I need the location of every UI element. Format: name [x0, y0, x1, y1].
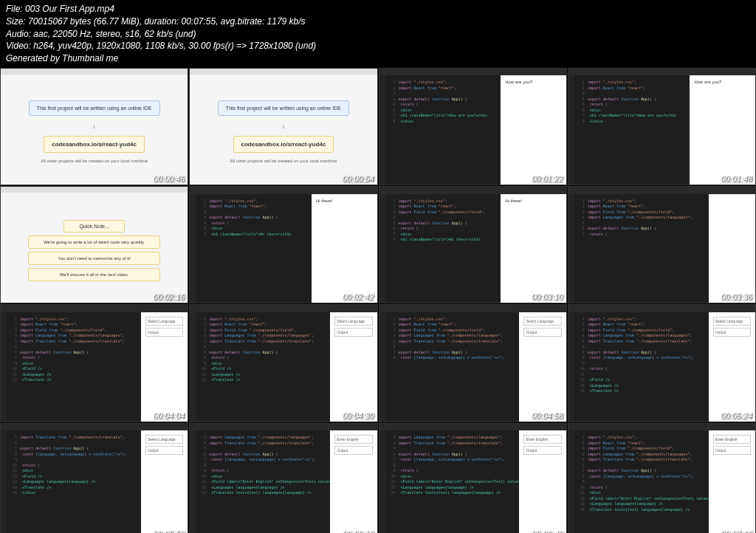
- output-label: Output: [334, 446, 372, 455]
- output-label: Output: [145, 446, 183, 455]
- thumbnail-11[interactable]: 1import "./styles.css"; 2import React fr…: [379, 304, 567, 422]
- generator-info: Generated by Thumbnail me: [6, 52, 750, 65]
- input-label: Enter English: [523, 435, 561, 444]
- select-label: Select Language: [145, 435, 183, 444]
- code-editor: 3import Languages from "./components/lan…: [196, 430, 330, 533]
- thumbnail-16[interactable]: 1import "./styles.css"; 2import React fr…: [568, 423, 756, 533]
- code-editor: 1import "./styles.css"; 2import React fr…: [196, 312, 330, 422]
- file-name: File: 003 Our First App.mp4: [6, 3, 750, 16]
- thumbnail-2[interactable]: This first project will be written using…: [189, 68, 377, 185]
- timestamp: 00:02:42: [343, 292, 374, 301]
- timestamp: 00:04:04: [153, 411, 185, 420]
- select-label: Select Language: [334, 317, 372, 326]
- input-label: Enter English: [713, 435, 751, 444]
- select-label: Select Language: [523, 317, 561, 326]
- preview-text: Hi there!: [316, 199, 373, 203]
- thumbnail-15[interactable]: 3import Languages from "./components/lan…: [379, 423, 567, 533]
- thumbnail-13[interactable]: 5import Translate from "./components/tra…: [0, 423, 188, 533]
- url-box: codesandbox.io/s/react-yud4c: [44, 136, 145, 153]
- thumbnail-8[interactable]: 1import "./styles.css"; 2import React fr…: [568, 186, 756, 303]
- thumbnail-12[interactable]: 1import "./styles.css"; 2import React fr…: [568, 304, 756, 422]
- preview-pane: Enter English Output: [330, 430, 377, 533]
- code-editor: 1import "./styles.css"; 2import React fr…: [385, 312, 520, 422]
- preview-pane: Select Language Output: [709, 312, 755, 422]
- code-editor: 3import Languages from "./components/lan…: [385, 430, 520, 533]
- output-label: Output: [713, 328, 751, 337]
- thumbnail-14[interactable]: 3import Languages from "./components/lan…: [189, 423, 377, 533]
- output-label: Output: [713, 446, 751, 455]
- preview-pane: Hi there!: [312, 194, 377, 303]
- timestamp: 00:03:36: [721, 292, 752, 301]
- quick-note-item: You don't need to memorize any of it!: [28, 252, 160, 265]
- video-info: Video: h264, yuv420p, 1920x1080, 1108 kb…: [6, 40, 750, 52]
- quick-note-title: Quick Note...: [63, 220, 124, 233]
- preview-pane: Hi there!: [501, 194, 566, 303]
- quick-note-item: We'll discuss it all in the next video.: [28, 268, 160, 281]
- audio-info: Audio: aac, 22050 Hz, stereo, s16, 62 kb…: [6, 28, 750, 41]
- thumbnail-4[interactable]: 1import "./styles.css"; 2import React fr…: [568, 68, 756, 185]
- timestamp: 00:01:48: [721, 174, 752, 183]
- info-box: This first project will be written using…: [29, 100, 160, 116]
- timestamp: 00:00:46: [153, 174, 185, 183]
- code-editor: 1import "./styles.css"; 2import React fr…: [574, 194, 709, 303]
- code-editor: 1import "./styles.css"; 2import React fr…: [574, 430, 709, 533]
- info-box: This first project will be written using…: [218, 100, 349, 116]
- thumbnail-9[interactable]: 1import "./styles.css"; 2import React fr…: [0, 304, 188, 422]
- preview-text: How are you?: [694, 80, 751, 84]
- timestamp: 00:05:52: [153, 529, 185, 533]
- thumbnail-1[interactable]: This first project will be written using…: [0, 68, 188, 185]
- preview-text: Hi there!: [505, 199, 562, 203]
- code-editor: 1import "./styles.css"; 2import React fr…: [574, 312, 709, 422]
- preview-pane: Select Language Output: [519, 312, 566, 422]
- code-editor: 5import Translate from "./components/tra…: [7, 430, 141, 533]
- note-text: All other projects will be created on yo…: [41, 159, 148, 165]
- timestamp: 00:01:22: [532, 174, 563, 183]
- input-label: Enter English: [334, 435, 372, 444]
- preview-pane: Select Language Output: [330, 312, 377, 422]
- select-label: Select Language: [713, 317, 751, 326]
- note-text: All other projects will be created on yo…: [230, 159, 337, 165]
- code-editor: 1import "./styles.css"; 2import React fr…: [196, 194, 312, 303]
- preview-pane: Enter English Output: [519, 430, 566, 533]
- code-editor: 1import "./styles.css"; 2import React fr…: [385, 194, 501, 303]
- preview-pane: Select Language Output: [141, 312, 188, 422]
- preview-pane: Enter English Output: [709, 430, 755, 533]
- timestamp: 00:04:58: [532, 411, 563, 420]
- output-label: Output: [523, 328, 561, 337]
- arrow-down-icon: ↓: [92, 122, 96, 130]
- arrow-down-icon: ↓: [281, 122, 285, 130]
- output-label: Output: [523, 446, 561, 455]
- timestamp: 00:02:16: [153, 292, 185, 301]
- select-label: Select Language: [145, 317, 183, 326]
- preview-text: How are you?: [505, 80, 562, 84]
- timestamp: 00:06:46: [532, 529, 563, 533]
- thumbnail-10[interactable]: 1import "./styles.css"; 2import React fr…: [189, 304, 377, 422]
- thumbnail-3[interactable]: 1import "./styles.css"; 2import React fr…: [379, 68, 567, 185]
- thumbnail-grid: This first project will be written using…: [0, 68, 756, 533]
- thumbnail-5[interactable]: Quick Note... We're going to write a lot…: [0, 186, 188, 303]
- timestamp: 00:04:30: [343, 411, 374, 420]
- timestamp: 00:00:54: [343, 174, 374, 183]
- preview-pane: [709, 194, 755, 303]
- timestamp: 00:07:12: [721, 529, 752, 533]
- timestamp: 00:05:24: [721, 411, 752, 420]
- preview-pane: Select Language Output: [141, 430, 188, 533]
- url-box: codesandbox.io/s/react-yud4c: [233, 136, 334, 153]
- code-editor: 1import "./styles.css"; 2import React fr…: [7, 312, 141, 422]
- code-editor: 1import "./styles.css"; 2import React fr…: [385, 75, 501, 185]
- preview-pane: How are you?: [690, 75, 755, 185]
- code-editor: 1import "./styles.css"; 2import React fr…: [574, 75, 690, 185]
- output-label: Output: [145, 328, 183, 337]
- output-label: Output: [334, 328, 372, 337]
- quick-note-item: We're going to write a lot of weird code…: [28, 235, 160, 249]
- thumbnail-7[interactable]: 1import "./styles.css"; 2import React fr…: [379, 186, 567, 303]
- timestamp: 00:06:18: [343, 529, 374, 533]
- metadata-header: File: 003 Our First App.mp4 Size: 700150…: [0, 0, 756, 68]
- preview-pane: How are you?: [501, 75, 566, 185]
- timestamp: 00:03:10: [532, 292, 563, 301]
- thumbnail-6[interactable]: 1import "./styles.css"; 2import React fr…: [189, 186, 377, 303]
- file-size: Size: 70015067 bytes (66.77 MiB), durati…: [6, 16, 750, 28]
